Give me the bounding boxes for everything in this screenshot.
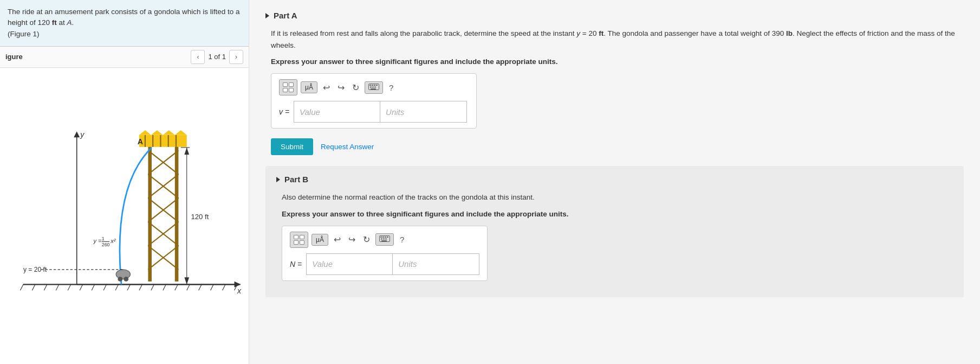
part-a-value-input[interactable] — [294, 101, 380, 123]
help-button-b[interactable]: ? — [397, 234, 407, 245]
svg-line-16 — [199, 284, 202, 290]
next-figure-button[interactable]: › — [229, 50, 243, 64]
svg-point-51 — [124, 277, 128, 282]
svg-line-12 — [151, 284, 154, 290]
part-b-value-input[interactable] — [306, 253, 393, 275]
page-info: 1 of 1 — [208, 53, 226, 61]
matrix-button-a[interactable] — [279, 79, 297, 95]
figure-canvas: y x — [0, 68, 249, 364]
svg-rect-80 — [383, 239, 385, 240]
svg-line-11 — [139, 284, 142, 290]
svg-rect-81 — [385, 239, 387, 240]
submit-button-a[interactable]: Submit — [271, 138, 313, 155]
part-a-title: Part A — [274, 11, 297, 20]
svg-point-49 — [116, 270, 130, 279]
svg-text:y =: y = — [93, 237, 102, 244]
part-a-description: If it is released from rest and falls al… — [271, 28, 964, 51]
svg-rect-69 — [376, 85, 378, 86]
svg-rect-78 — [387, 237, 388, 238]
svg-rect-27 — [175, 144, 179, 281]
svg-line-8 — [103, 284, 106, 290]
svg-rect-70 — [370, 86, 372, 87]
svg-rect-26 — [148, 144, 152, 281]
help-button-a[interactable]: ? — [386, 82, 396, 93]
svg-point-50 — [118, 277, 122, 282]
part-b-body: Also determine the normal reaction of th… — [276, 191, 953, 289]
request-answer-link-a[interactable]: Request Answer — [321, 143, 374, 151]
figure-area: igure ‹ 1 of 1 › — [0, 47, 249, 364]
refresh-button-a[interactable]: ↻ — [350, 81, 361, 94]
part-b-section: Part B Also determine the normal reactio… — [265, 166, 964, 297]
keyboard-button-b[interactable] — [375, 233, 394, 246]
svg-rect-79 — [381, 239, 382, 240]
svg-line-1 — [20, 284, 23, 290]
problem-description: The ride at an amusement park consists o… — [8, 8, 239, 27]
svg-line-2 — [32, 284, 35, 290]
svg-text:1: 1 — [102, 236, 105, 241]
refresh-button-b[interactable]: ↻ — [361, 233, 372, 246]
part-b-title: Part B — [284, 175, 308, 184]
svg-marker-44 — [139, 130, 151, 135]
part-b-units-input[interactable] — [393, 253, 479, 275]
part-a-answer-box: μÅ ↩ ↪ ↻ — [271, 73, 477, 129]
svg-rect-68 — [374, 85, 375, 86]
svg-rect-76 — [382, 237, 384, 238]
part-a-header: Part A — [265, 11, 964, 20]
figure-label: igure — [5, 53, 23, 61]
svg-line-4 — [56, 284, 59, 290]
svg-rect-77 — [385, 237, 386, 238]
figure-svg: y x — [5, 73, 243, 359]
svg-rect-67 — [372, 85, 373, 86]
svg-line-3 — [44, 284, 47, 290]
mu-button-b[interactable]: μÅ — [311, 234, 328, 246]
svg-text:x: x — [237, 286, 242, 295]
svg-text:120 ft: 120 ft — [191, 212, 209, 220]
svg-rect-75 — [380, 237, 382, 238]
part-b-description: Also determine the normal reaction of th… — [282, 191, 953, 203]
part-a-body: If it is released from rest and falls al… — [265, 28, 964, 155]
svg-rect-73 — [371, 88, 376, 90]
part-b-input-row: N = — [290, 253, 479, 275]
svg-text:A: A — [138, 137, 143, 146]
redo-button-b[interactable]: ↪ — [346, 233, 358, 246]
svg-line-6 — [80, 284, 82, 290]
part-a-toolbar: μÅ ↩ ↪ ↻ — [279, 79, 469, 95]
svg-line-15 — [187, 284, 190, 290]
part-a-units-input[interactable] — [380, 101, 467, 123]
undo-button-b[interactable]: ↩ — [332, 233, 343, 246]
svg-rect-66 — [369, 85, 371, 86]
prev-figure-button[interactable]: ‹ — [191, 50, 205, 64]
svg-marker-22 — [74, 131, 80, 137]
svg-line-13 — [163, 284, 166, 290]
svg-rect-72 — [374, 86, 376, 87]
svg-line-14 — [175, 284, 178, 290]
figure-nav: igure ‹ 1 of 1 › — [0, 47, 249, 68]
svg-text:260: 260 — [102, 242, 110, 247]
svg-marker-56 — [184, 277, 189, 284]
matrix-button-b[interactable] — [290, 232, 308, 248]
right-panel: Part A If it is released from rest and f… — [249, 0, 980, 364]
undo-button-a[interactable]: ↩ — [321, 81, 332, 94]
part-b-instruction: Express your answer to three significant… — [282, 210, 953, 218]
svg-text:x²: x² — [110, 237, 115, 244]
keyboard-button-a[interactable] — [365, 81, 383, 94]
svg-line-9 — [115, 284, 118, 290]
left-panel: The ride at an amusement park consists o… — [0, 0, 249, 364]
part-b-toolbar: μÅ ↩ ↪ ↻ — [290, 232, 479, 248]
svg-marker-45 — [151, 130, 163, 135]
part-b-toggle[interactable] — [276, 177, 280, 182]
part-a-toggle[interactable] — [265, 13, 269, 18]
svg-rect-71 — [372, 86, 374, 87]
svg-marker-55 — [184, 148, 189, 155]
part-a-section: Part A If it is released from rest and f… — [265, 11, 964, 155]
part-a-action-row: Submit Request Answer — [271, 138, 964, 155]
svg-rect-38 — [139, 135, 187, 147]
part-b-answer-box: μÅ ↩ ↪ ↻ — [282, 226, 488, 281]
svg-line-18 — [223, 284, 225, 290]
part-b-header: Part B — [276, 175, 953, 184]
svg-line-7 — [92, 284, 94, 290]
redo-button-a[interactable]: ↪ — [335, 81, 347, 94]
mu-button-a[interactable]: μÅ — [301, 81, 317, 93]
svg-text:y: y — [80, 130, 85, 139]
svg-line-17 — [211, 284, 213, 290]
